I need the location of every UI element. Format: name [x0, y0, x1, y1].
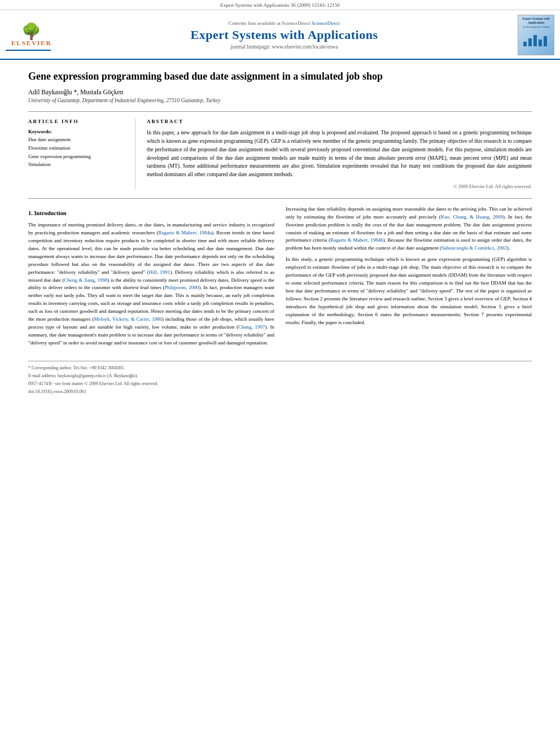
column-left: 1. Introduction The importance of meetin… — [28, 206, 274, 351]
sciencedirect-note: Contents lists available at ScienceDirec… — [55, 20, 513, 26]
intro-para-1: The importance of meeting promised deliv… — [28, 221, 274, 347]
svg-rect-4 — [544, 36, 547, 46]
elsevier-logo-area: 🌳 ELSEVIER — [6, 19, 51, 51]
ref-melnyk1986[interactable]: Melnyk, Vickery, & Carier, 1986 — [94, 316, 162, 322]
intro-heading: 1. Introduction — [28, 209, 274, 218]
cover-subtitle: An International Journal — [522, 25, 550, 28]
elsevier-text: ELSEVIER — [11, 40, 52, 46]
ref-ragartz1984a[interactable]: Ragartz & Mabert, 1984a — [158, 230, 211, 235]
doi-note: doi:10.1016/j.eswa.2009.03.061 — [28, 388, 532, 395]
journal-header: 🌳 ELSEVIER Contents lists available at S… — [0, 10, 560, 60]
abstract-panel: ABSTRACT In this paper, a new approach f… — [147, 119, 532, 189]
ref-hill1991[interactable]: Hill, 1991 — [149, 269, 170, 275]
ref-ragartz1984b[interactable]: Ragartz & Mabert, 1984b — [330, 237, 383, 243]
journal-center-info: Contents lists available at ScienceDirec… — [55, 20, 513, 50]
divider-line — [28, 111, 532, 112]
cover-title: Expert Systems with Applications — [520, 17, 552, 24]
article-content: Gene expression programming based due da… — [0, 60, 560, 408]
elsevier-tree-icon: 🌳 — [21, 24, 41, 40]
corresponding-note: * Corresponding author. Tel./fax: +90 03… — [28, 365, 532, 372]
journal-ref: Expert Systems with Applications 36 (200… — [220, 2, 340, 8]
elsevier-logo: 🌳 ELSEVIER — [11, 24, 52, 46]
divider-line-2 — [28, 198, 532, 199]
affiliation: University of Gaziantep, Department of I… — [28, 98, 532, 103]
keywords-label: Keywords: — [28, 129, 127, 134]
article-info-panel: ARTICLE INFO Keywords: Due date assignme… — [28, 119, 135, 189]
article-info-title: ARTICLE INFO — [28, 119, 127, 124]
abstract-text: In this paper, a new approach for due da… — [147, 129, 532, 178]
ref-sabuncuoglu2002[interactable]: Sabuncuoglu & Comlekci, 2002 — [441, 245, 507, 251]
copyright-line: © 2009 Elsevier Ltd. All rights reserved… — [147, 184, 532, 189]
keyword-2: Flowtime estimation — [28, 145, 127, 152]
article-title: Gene expression programming based due da… — [28, 70, 532, 83]
top-bar: Expert Systems with Applications 36 (200… — [0, 0, 560, 10]
journal-cover-image: Expert Systems with Applications An Inte… — [518, 15, 554, 55]
keyword-4: Simulation — [28, 161, 127, 168]
sciencedirect-link[interactable]: ScienceDirect — [312, 20, 340, 26]
issn-note: 0957-4174/$ - see front matter © 2009 El… — [28, 381, 532, 387]
keyword-1: Due date assignment — [28, 136, 127, 143]
info-abstract-section: ARTICLE INFO Keywords: Due date assignme… — [28, 119, 532, 189]
column-right: Increasing due date reliability depends … — [286, 206, 532, 351]
ref-kuo2009[interactable]: Kuo, Chang, & Huang, 2009 — [441, 214, 503, 220]
svg-rect-0 — [523, 42, 527, 46]
article-footer: * Corresponding author. Tel./fax: +90 03… — [28, 361, 532, 395]
abstract-title: ABSTRACT — [147, 119, 532, 124]
cover-chart-icon — [522, 30, 550, 47]
ref-philipoom2000[interactable]: Philipoom, 2000 — [165, 285, 199, 290]
svg-rect-1 — [528, 38, 532, 46]
journal-homepage: journal homepage: www.elsevier.com/locat… — [55, 44, 513, 50]
main-body: 1. Introduction The importance of meetin… — [28, 206, 532, 351]
intro-para-right-1: Increasing due date reliability depends … — [286, 206, 532, 253]
ref-cheng1998[interactable]: Cheng & Jiang, 1998 — [64, 277, 107, 283]
keyword-3: Gene expression programming — [28, 153, 127, 160]
svg-rect-2 — [533, 35, 537, 46]
journal-title: Expert Systems with Applications — [55, 28, 513, 42]
svg-rect-3 — [539, 40, 542, 46]
ref-chang1997[interactable]: Chang, 1997 — [238, 324, 265, 330]
email-note: E-mail address: baykasoglu@gantep.edu.tr… — [28, 373, 532, 379]
intro-para-right-2: In this study, a genetic programming tec… — [286, 256, 532, 326]
authors: Adil Baykasoğlu *, Mustafa Göçken — [28, 89, 532, 95]
